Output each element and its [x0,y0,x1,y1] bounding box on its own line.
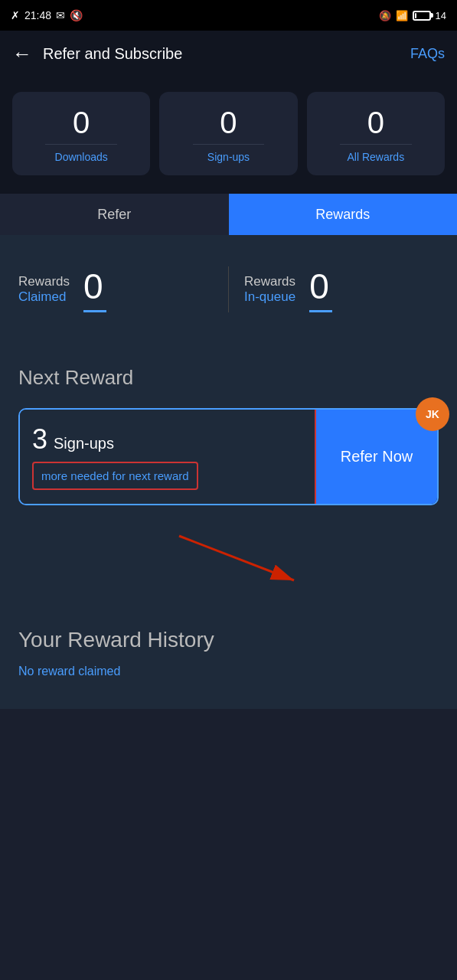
page-title: Refer and Subscribe [43,45,182,63]
stat-card-downloads: 0 Downloads [12,92,150,175]
status-x-icon: ✗ [11,9,20,21]
tab-refer-label: Refer [97,207,131,223]
stats-divider [228,266,229,312]
rewards-inqueue-item: Rewards In-queue 0 [244,266,439,312]
next-reward-section: Next Reward 3 Sign-ups more needed for n… [0,366,457,620]
top-nav: ← Refer and Subscribe FAQs [0,31,457,77]
reward-history-title: Your Reward History [18,628,439,652]
more-needed-text: more needed for next reward [41,469,189,482]
next-reward-title: Next Reward [18,366,439,390]
tab-refer[interactable]: Refer [0,194,229,235]
inqueue-underline [309,310,332,312]
stats-section: 0 Downloads 0 Sign-ups 0 All Rewards [0,77,457,194]
svg-line-1 [179,536,294,580]
arrow-svg [171,528,325,590]
arrow-annotation [18,528,439,590]
inqueue-label-top: Rewards [244,274,295,289]
stat-card-signups: 0 Sign-ups [159,92,297,175]
allrewards-count: 0 [367,107,384,138]
jk-badge: JK [416,397,449,431]
nav-left: ← Refer and Subscribe [12,44,182,64]
tab-rewards-label: Rewards [315,207,370,223]
signups-count: 0 [220,107,237,138]
tab-rewards[interactable]: Rewards [229,194,458,235]
email-icon: ✉ [56,9,65,21]
status-right: 🔕 📶 14 [379,10,446,21]
wifi-icon: 📶 [396,10,408,21]
bell-off-icon: 🔕 [379,10,391,21]
no-reward-text: No reward claimed [18,665,120,678]
claimed-count: 0 [83,266,106,307]
status-time: 21:48 [24,9,51,21]
rewards-claimed-item: Rewards Claimed 0 [18,266,213,312]
battery-icon [413,11,431,21]
downloads-count: 0 [73,107,90,138]
refer-card-left: 3 Sign-ups more needed for next reward [20,410,315,504]
signup-count: 3 [32,423,47,456]
stat-card-rewards: 0 All Rewards [307,92,445,175]
signups-label: Sign-ups [207,151,250,163]
tabs-section: Refer Rewards [0,194,457,235]
status-bar: ✗ 21:48 ✉ 🔇 🔕 📶 14 [0,0,457,31]
stat-divider-2 [193,144,265,145]
battery-percent: 14 [436,10,446,21]
inqueue-count: 0 [309,266,332,307]
signup-count-row: 3 Sign-ups [32,423,302,456]
allrewards-label: All Rewards [347,151,404,163]
inqueue-label-bottom: In-queue [244,289,295,305]
more-needed-box: more needed for next reward [32,462,198,490]
faqs-link[interactable]: FAQs [410,46,445,62]
claimed-label-bottom: Claimed [18,289,70,305]
back-button[interactable]: ← [12,44,32,64]
stat-divider-1 [45,144,117,145]
downloads-label: Downloads [55,151,108,163]
stat-divider-3 [340,144,412,145]
rewards-stats-row: Rewards Claimed 0 Rewards In-queue 0 [18,266,439,312]
volume-icon: 🔇 [70,9,83,21]
rewards-content: Rewards Claimed 0 Rewards In-queue 0 [0,235,457,366]
refer-card: 3 Sign-ups more needed for next reward R… [18,408,439,505]
signup-label: Sign-ups [54,435,114,452]
status-left: ✗ 21:48 ✉ 🔇 [11,9,83,21]
claimed-label-top: Rewards [18,274,70,289]
claimed-underline [83,310,106,312]
reward-history-section: Your Reward History No reward claimed [0,620,457,709]
